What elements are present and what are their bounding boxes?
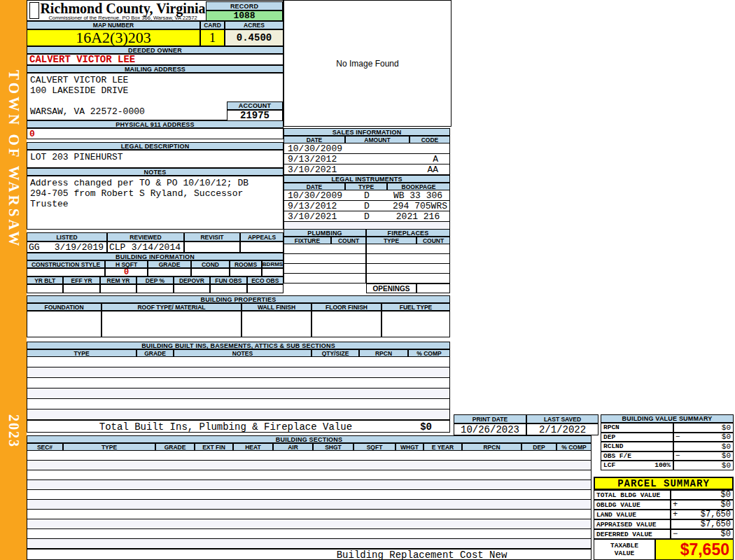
row-value: $0 — [722, 461, 731, 470]
account-label: ACCOUNT — [227, 102, 283, 110]
sale-date: 9/13/2012 — [284, 154, 346, 164]
card-label: CARD — [200, 21, 225, 29]
town-label: TOWN OF WARSAW — [5, 70, 22, 248]
image-panel: No Image Found — [284, 0, 451, 127]
fireplace-count-label: COUNT — [416, 237, 450, 244]
notes-label: NOTES — [174, 349, 312, 357]
whgt-label: WHGT — [396, 443, 424, 451]
building-information-header: BUILDING INFORMATION — [27, 253, 284, 260]
row-label: APPRAISED VALUE — [596, 521, 657, 528]
empty-row — [27, 490, 592, 500]
record-value: 1088 — [206, 10, 283, 21]
deeded-owner-value: CALVERT VICTOR LEE — [27, 54, 284, 65]
building-sections-columns: SEC# TYPE GRADE EXT FIN HEAT AIR SHGT SQ… — [27, 443, 592, 451]
revisit-label: REVISIT — [184, 232, 240, 241]
empty-row — [366, 274, 450, 284]
deeded-owner-header: DEEDED OWNER — [27, 46, 284, 54]
visits-header-row: LISTED REVIEWED REVISIT APPEALS — [27, 232, 284, 241]
row-value: $0 — [721, 529, 731, 539]
openings-row: OPENINGS — [366, 284, 450, 293]
county-subtitle: Commissioner of the Revenue, PO Box 366,… — [36, 15, 210, 21]
rooms-label: ROOMS — [230, 260, 262, 268]
empty-row — [284, 264, 366, 274]
row-op: − — [676, 451, 680, 460]
row-op: − — [676, 433, 680, 441]
mailing-line: CALVERT VICTOR LEE — [30, 75, 128, 85]
no-image-text: No Image Found — [336, 59, 398, 69]
sale-code: A — [409, 154, 444, 164]
row-value: $0 — [722, 433, 731, 441]
taxable-value-row: TAXABLE VALUE $7,650 — [594, 539, 734, 560]
empty-row — [27, 451, 592, 461]
lcf-percent: 100% — [654, 461, 671, 469]
empty-row — [27, 480, 592, 490]
fireplaces-rows — [366, 244, 450, 284]
acres-label: ACRES — [225, 21, 284, 29]
summary-row: TOTAL BLDG VALUE $0 — [594, 490, 734, 500]
empty-row — [27, 410, 450, 420]
fireplaces-header: FIREPLACES — [366, 229, 450, 237]
fuel-type-value — [382, 311, 450, 337]
instrument-bookpage-label: BOOKPAGE — [387, 183, 450, 190]
fireplaces-columns: TYPE COUNT — [366, 237, 450, 244]
sale-date-label: DATE — [284, 136, 345, 144]
instrument-date: 3/10/2021 — [284, 211, 346, 222]
building-information-values-2 — [27, 284, 284, 293]
summary-row: LCF100% $0 — [601, 461, 734, 470]
rpcn-label: RPCN — [462, 443, 522, 451]
visits-value-row: GG 3/19/2019 CLP 3/14/2014 — [27, 241, 284, 253]
empty-row — [284, 254, 366, 264]
row-label: TOTAL BLDG VALUE — [596, 491, 660, 499]
building-sections-footer: Building Replacement Cost New — [27, 549, 592, 560]
empty-row — [27, 539, 592, 549]
instrument-row: 9/13/2012 D 294 705WRS — [284, 201, 450, 211]
ext-fin-label: EXT FIN — [195, 443, 233, 451]
instrument-type-label: TYPE — [345, 183, 387, 190]
row-value: $0 — [721, 500, 731, 510]
appeals-cell — [240, 241, 284, 253]
empty-row — [27, 399, 450, 410]
building-sections-header: BUILDING SECTIONS — [27, 435, 592, 443]
floor-finish-label: FLOOR FINISH — [312, 303, 382, 311]
parcel-summary-header: PARCEL SUMMARY — [594, 477, 734, 490]
grade-label: GRADE — [148, 260, 191, 268]
sales-information-header: SALES INFORMATION — [284, 128, 450, 136]
sale-code: AA — [409, 164, 444, 175]
plumbing-columns: FIXTURE COUNT — [284, 237, 366, 244]
mailing-address-box: CALVERT VICTOR LEE 100 LAKESIDE DRIVE WA… — [27, 73, 284, 120]
listed-label: LISTED — [27, 232, 107, 241]
row-label: LCF — [603, 461, 615, 469]
fixture-count-label: COUNT — [331, 237, 366, 244]
depovr-label: DEPOVR — [174, 276, 210, 284]
reviewed-by: CLP — [109, 242, 125, 253]
acres-value: 0.4500 — [225, 29, 284, 46]
notes-line: Trustee — [30, 199, 280, 209]
mailing-address-header: MAILING ADDRESS — [27, 65, 284, 73]
row-value: $7,650 — [701, 510, 731, 519]
summary-row: OBS F/E −$0 — [601, 451, 734, 461]
listed-by: GG — [29, 242, 40, 253]
row-op: + — [673, 510, 678, 519]
notes-line: 294-705 from Robert S Ryland, Successor — [30, 188, 280, 199]
replacement-cost-label: Building Replacement Cost New — [337, 550, 507, 560]
row-op: + — [673, 500, 678, 510]
construction-style-label: CONSTRUCTION STYLE — [27, 260, 105, 268]
roof-type-value — [102, 311, 241, 337]
eco-obs-label: ECO OBS — [247, 276, 284, 284]
building-value-summary-rows: RPCN $0 DEP −$0 RCLND $0 OBS F/E −$0 LCF… — [601, 423, 734, 470]
instrument-bookpage: 294 705WRS — [388, 201, 448, 211]
instrument-bookpage: 2021 216 — [388, 211, 448, 222]
sales-row: 9/13/2012 A — [284, 154, 450, 164]
sales-row: 10/30/2009 — [284, 144, 450, 154]
taxable-value-label: TAXABLE VALUE — [594, 539, 655, 560]
cond-value — [191, 268, 230, 276]
empty-row — [366, 254, 450, 264]
physical-911-value: 0 — [27, 128, 284, 139]
qty-size-label: QTY/SIZE — [312, 349, 359, 357]
reviewed-cell: CLP 3/14/2014 — [107, 241, 184, 253]
foundation-value — [27, 311, 102, 337]
instruments-rows: 10/30/2009 D WB 33 306 9/13/2012 D 294 7… — [284, 190, 450, 231]
grade-value — [148, 268, 191, 276]
eff-yr-label: EFF YR — [63, 276, 99, 284]
fun-obs-label: FUN OBS — [210, 276, 246, 284]
